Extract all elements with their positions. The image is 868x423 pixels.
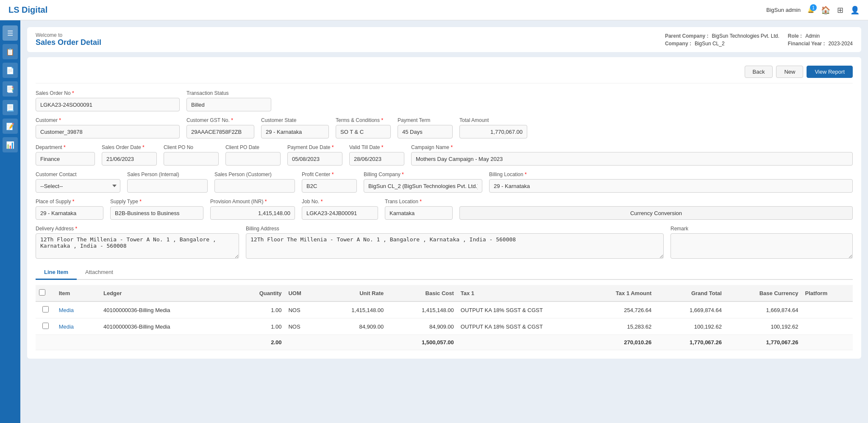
job-no-group: Job No. * (302, 199, 378, 220)
cell-uom-1: NOS (285, 318, 323, 335)
select-all-checkbox[interactable] (39, 289, 45, 296)
tabs: Line Item Attachment (36, 265, 853, 280)
customer-gst-input[interactable] (186, 125, 254, 138)
cell-platform-0 (801, 301, 853, 318)
place-of-supply-input[interactable] (36, 206, 103, 220)
provision-amount-input[interactable] (210, 206, 295, 220)
col-header-tax1-amount: Tax 1 Amount (585, 285, 655, 301)
line-item-table: Item Ledger Quantity UOM Unit Rate Basic… (36, 285, 853, 350)
payment-term-input[interactable] (398, 125, 453, 138)
summary-grand-total: 1,770,067.26 (655, 335, 725, 350)
billing-address-label: Billing Address (246, 226, 664, 232)
main-content: Welcome to Sales Order Detail Parent Com… (20, 20, 868, 423)
customer-gst-label: Customer GST No. * (186, 117, 254, 123)
form-row-3: Department * Sales Order Date * Client P… (36, 144, 853, 166)
sales-order-date-label: Sales Order Date * (102, 144, 157, 150)
remark-label: Remark (670, 226, 853, 232)
delivery-address-group: Delivery Address * 12Th Floor The Millen… (36, 226, 239, 259)
cell-uom-0: NOS (285, 301, 323, 318)
user-icon[interactable]: 👤 (850, 6, 860, 15)
cell-basic-cost-0: 1,415,148.00 (387, 301, 457, 318)
cell-unit-rate-1: 84,909.00 (323, 318, 387, 335)
parent-company-group: Parent Company : BigSun Technologies Pvt… (665, 33, 779, 47)
tab-line-item[interactable]: Line Item (36, 265, 77, 280)
sidebar-icon-4[interactable]: 📑 (3, 81, 18, 97)
financial-year-value: 2023-2024 (829, 41, 853, 47)
profit-center-input[interactable] (302, 179, 357, 193)
currency-conversion-button[interactable]: Currency Conversion (459, 206, 853, 220)
view-report-button[interactable]: View Report (807, 66, 853, 78)
col-header-item: Item (56, 285, 100, 301)
row-checkbox-0[interactable] (42, 306, 49, 312)
remark-input[interactable] (670, 233, 853, 259)
terms-conditions-group: Terms & Conditions * (336, 117, 391, 138)
parent-company-label: Parent Company : (665, 33, 709, 39)
role-value: Admin (805, 33, 820, 39)
billing-address-group: Billing Address 12Th Floor The Millenia … (246, 226, 664, 259)
client-po-date-group: Client PO Date (225, 144, 281, 166)
sales-order-no-input[interactable] (36, 98, 180, 111)
customer-state-label: Customer State (261, 117, 329, 123)
grid-icon[interactable]: ⊞ (837, 6, 843, 15)
customer-state-input[interactable] (261, 125, 329, 138)
row-checkbox-1[interactable] (42, 323, 49, 329)
currency-conversion-label (459, 199, 853, 205)
sales-person-customer-label: Sales Person (Customer) (214, 171, 295, 177)
valid-till-date-input[interactable] (349, 152, 404, 166)
home-icon[interactable]: 🏠 (821, 6, 830, 15)
summary-basic-cost: 1,500,057.00 (387, 335, 457, 350)
customer-input[interactable] (36, 125, 180, 138)
item-link-0[interactable]: Media (59, 307, 74, 313)
customer-state-group: Customer State (261, 117, 329, 138)
billing-address-input[interactable]: 12Th Floor The Millenia - Tower A No. 1 … (246, 233, 664, 259)
valid-till-date-label: Valid Till Date * (349, 144, 404, 150)
job-no-input[interactable] (302, 206, 378, 220)
total-amount-input[interactable] (459, 125, 527, 138)
billing-location-input[interactable] (489, 179, 853, 193)
client-po-no-input[interactable] (164, 152, 219, 166)
campaign-name-input[interactable] (411, 152, 853, 166)
col-header-basic-cost: Basic Cost (387, 285, 457, 301)
client-po-date-input[interactable] (225, 152, 281, 166)
total-amount-group: Total Amount (459, 117, 527, 138)
cell-qty-1: 1.00 (240, 318, 285, 335)
department-input[interactable] (36, 152, 95, 166)
payment-due-date-input[interactable] (287, 152, 342, 166)
client-po-date-label: Client PO Date (225, 144, 281, 150)
sidebar-icon-7[interactable]: 📊 (3, 137, 18, 152)
parent-company-value: BigSun Technologies Pvt. Ltd. (712, 33, 779, 39)
delivery-address-input[interactable]: 12Th Floor The Millenia - Tower A No. 1 … (36, 233, 239, 259)
supply-type-input[interactable] (110, 206, 203, 220)
customer-contact-select[interactable]: --Select-- (36, 179, 120, 193)
sales-order-date-input[interactable] (102, 152, 157, 166)
tab-attachment[interactable]: Attachment (77, 265, 122, 280)
billing-location-label: Billing Location * (489, 171, 853, 177)
item-link-1[interactable]: Media (59, 323, 74, 330)
terms-conditions-input[interactable] (336, 125, 391, 138)
back-button[interactable]: Back (745, 66, 773, 78)
sidebar-icon-2[interactable]: 📋 (3, 44, 18, 59)
client-po-no-label: Client PO No (164, 144, 219, 150)
sales-person-internal-input[interactable] (127, 179, 208, 193)
customer-contact-label: Customer Contact (36, 171, 120, 177)
supply-type-label: Supply Type * (110, 199, 203, 205)
col-header-base-currency: Base Currency (725, 285, 802, 301)
sidebar-icon-6[interactable]: 📝 (3, 119, 18, 134)
cell-qty-0: 1.00 (240, 301, 285, 318)
new-button[interactable]: New (776, 66, 803, 78)
transaction-status-input[interactable] (186, 98, 271, 111)
summary-tax1-amount: 270,010.26 (585, 335, 655, 350)
sidebar-icon-3[interactable]: 📄 (3, 63, 18, 78)
cell-grand-total-0: 1,669,874.64 (655, 301, 725, 318)
sales-person-internal-label: Sales Person (Internal) (127, 171, 208, 177)
trans-location-input[interactable] (385, 206, 453, 220)
sales-person-customer-input[interactable] (214, 179, 295, 193)
notification-icon[interactable]: 🔔 1 (807, 7, 814, 13)
sidebar-icon-5[interactable]: 📃 (3, 100, 18, 115)
sidebar-icon-1[interactable]: ☰ (3, 25, 18, 41)
welcome-text: Welcome to (36, 32, 101, 38)
billing-company-input[interactable] (364, 179, 482, 193)
terms-conditions-label: Terms & Conditions * (336, 117, 391, 123)
form-row-5: Place of Supply * Supply Type * Provisio… (36, 199, 853, 220)
cell-grand-total-1: 100,192.62 (655, 318, 725, 335)
